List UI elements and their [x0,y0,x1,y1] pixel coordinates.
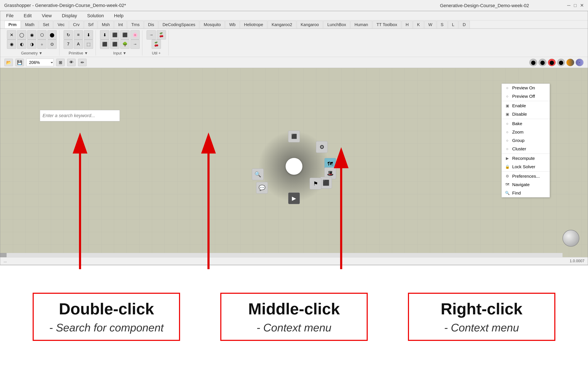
toolbar-icon-2[interactable]: ◯ [17,30,26,39]
toolbar-icon-4[interactable]: ⬡ [37,30,47,39]
eye-button[interactable]: 👁 [67,59,76,66]
tab-l[interactable]: L [448,21,458,28]
prim-icon-4[interactable]: 7 [64,39,73,49]
ctx-group[interactable]: ○ Group [502,136,550,145]
prim-icon-3[interactable]: ⬇ [84,30,93,39]
ctx-preferences[interactable]: ⚙ Preferences... [502,172,550,180]
pen-button[interactable]: ✏ [78,59,87,66]
toolbar-icon-3[interactable]: ◉ [27,30,37,39]
tab-k[interactable]: K [413,21,424,28]
render-btn-5[interactable] [566,59,574,66]
minimize-button[interactable]: ─ [567,3,570,8]
toolbar-icon-6[interactable]: ◉ [7,39,16,49]
toolbar-icon-8[interactable]: ◑ [27,39,37,49]
render-btn-2[interactable]: ⬤ [539,59,547,66]
prim-icon-5[interactable]: A [74,39,83,49]
tab-msh[interactable]: Msh [98,21,114,28]
tab-vec[interactable]: Vec [54,21,68,28]
horizontal-scrollbar[interactable] [0,253,562,257]
radial-icon-cube[interactable]: ⬛ [320,177,332,189]
tab-kangaroo[interactable]: Kangaroo [297,21,323,28]
input-icon-3[interactable]: ⬛ [120,30,130,39]
radial-icon-flag[interactable]: ⚑ [309,178,321,189]
tab-lunchbox[interactable]: LunchBox [323,21,350,28]
input-icon-4[interactable]: 🌸 [130,30,140,39]
radial-icon-top[interactable]: ⬛ [288,131,300,142]
tab-w[interactable]: W [424,21,436,28]
search-input[interactable] [40,113,120,118]
ctx-preview-on[interactable]: ○ Preview On [502,84,550,92]
input-icon-8[interactable]: → [130,39,140,49]
input-icon-5[interactable]: ⬛ [100,39,109,49]
prim-icon-1[interactable]: ↻ [64,30,73,39]
tab-set[interactable]: Set [39,21,53,28]
scrollbar-thumb[interactable] [0,253,7,257]
tab-s[interactable]: S [437,21,448,28]
toolbar-icon-7[interactable]: ◐ [17,39,26,49]
tab-math[interactable]: Math [21,21,38,28]
navigation-ball[interactable] [562,230,579,247]
open-button[interactable]: 📂 [4,59,13,66]
save-button[interactable]: 💾 [15,59,24,66]
tab-crv[interactable]: Crv [69,21,84,28]
menu-file[interactable]: File [4,12,15,19]
menu-help[interactable]: Help [112,12,125,19]
radial-icon-chat[interactable]: 💬 [256,182,268,194]
input-icon-6[interactable]: ⬛ [110,39,119,49]
ctx-preview-off[interactable]: ○ Preview Off [502,92,550,101]
tab-kangaroo2[interactable]: Kangaroo2 [268,21,296,28]
ctx-lock-solver[interactable]: 🔒 Lock Solver [502,163,550,171]
toolbar-icon-5[interactable]: ⬤ [47,30,57,39]
tab-trns[interactable]: Trns [127,21,144,28]
radial-icon-play[interactable]: ▶ [288,193,300,204]
util-icon-2[interactable]: 🍒 [157,30,166,39]
tab-h[interactable]: H [402,21,413,28]
render-btn-3[interactable]: ⬤ [548,59,556,66]
tab-human[interactable]: Human [350,21,372,28]
render-btn-1[interactable]: ⬤ [529,59,537,66]
maximize-button[interactable]: □ [574,3,577,8]
tab-tt-toolbox[interactable]: TT Toolbox [373,21,401,28]
radial-center[interactable] [286,158,302,175]
tab-srf[interactable]: Srf [84,21,97,28]
render-btn-6[interactable]: · [576,59,584,66]
ctx-navigate[interactable]: 🗺 Navigate [502,180,550,189]
toolbar-icon-1[interactable]: ✕ [7,30,16,39]
ctx-bake-icon: ○ [505,121,510,126]
tab-d[interactable]: D [459,21,470,28]
ctx-enable[interactable]: ▣ Enable [502,101,550,110]
toolbar-icon-10[interactable]: ⊙ [47,39,57,49]
menu-edit[interactable]: Edit [22,12,33,19]
menu-display[interactable]: Display [60,12,79,19]
menu-view[interactable]: View [40,12,53,19]
tab-heliotrope[interactable]: Heliotrope [240,21,267,28]
tab-prm[interactable]: Prm [4,21,21,28]
radial-icon-search[interactable]: 🔍 [252,168,264,180]
zoom-select[interactable]: 206% 100% 150% 200% [26,59,54,66]
ctx-disable[interactable]: ▣ Disable [502,110,550,118]
prim-icon-6[interactable]: ⬚ [84,39,93,49]
input-icon-1[interactable]: ⬇ [100,30,109,39]
close-button[interactable]: ✕ [580,3,584,8]
input-icon-7[interactable]: 🌳 [120,39,130,49]
ctx-cluster[interactable]: ○ Cluster [502,145,550,153]
prim-icon-2[interactable]: ≡ [74,30,83,39]
tab-decodingspaces[interactable]: DeCodingSpaces [159,21,199,28]
input-icon-2[interactable]: ⬛ [110,30,119,39]
ctx-recompute[interactable]: ▶ Recompute [502,154,550,163]
ctx-zoom[interactable]: ○ Zoom [502,128,550,136]
fit-view-button[interactable]: ⊞ [56,59,65,66]
tab-wb[interactable]: Wb [225,21,240,28]
ctx-find[interactable]: 🔍 Find [502,189,550,197]
menu-solution[interactable]: Solution [86,12,106,19]
tab-dis[interactable]: Dis [144,21,158,28]
tab-int[interactable]: Int [114,21,127,28]
util-icon-1[interactable]: → [147,30,156,39]
radial-icon-gear[interactable]: ⚙ [316,141,328,153]
ctx-bake[interactable]: ○ Bake [502,120,550,128]
render-btn-4[interactable]: ⬤ [557,59,565,66]
tab-mosquito[interactable]: Mosquito [200,21,225,28]
canvas-area[interactable]: ⬛ ⚙ 🗺 🎩 ⬛ ▶ 💬 🔍 ⚑ [0,68,588,257]
toolbar-icon-9[interactable]: ⬦ [37,39,47,49]
util-icon-3[interactable]: 🍒 [152,39,161,49]
